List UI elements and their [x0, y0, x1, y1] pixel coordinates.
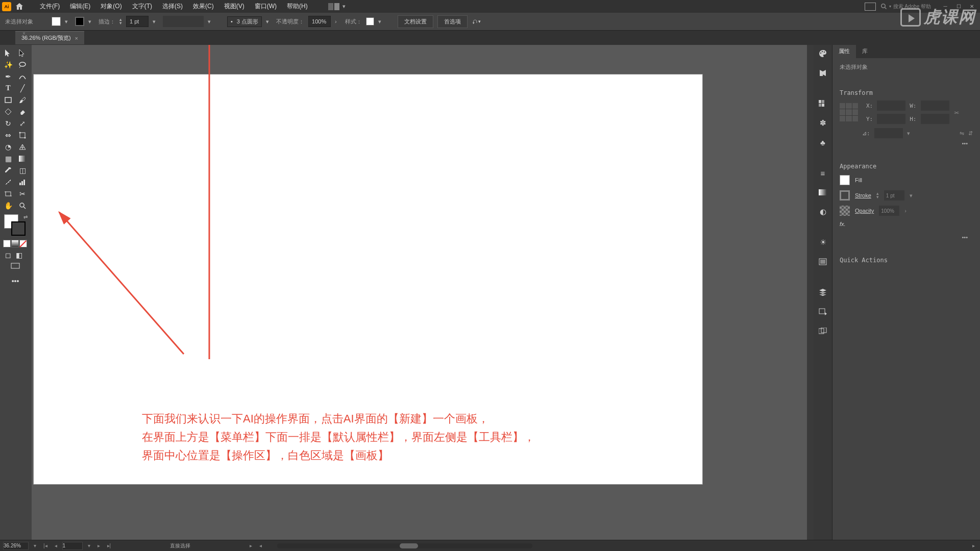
tab-close-icon[interactable]: ×	[75, 35, 78, 41]
color-mode-solid[interactable]	[3, 240, 11, 247]
canvas[interactable]: 下面我们来认识一下AI的操作界面，点击AI界面的【新建】一个画板， 在界面上方是…	[32, 45, 814, 551]
rotate-tool[interactable]: ↻	[1, 117, 15, 129]
zoom-tool[interactable]	[15, 199, 30, 211]
transform-more-icon[interactable]: •••	[840, 138, 973, 148]
scale-tool[interactable]: ⤢	[15, 117, 30, 129]
menu-effect[interactable]: 效果(C)	[188, 0, 219, 13]
eraser-tool[interactable]	[15, 106, 30, 117]
shaper-tool[interactable]	[1, 106, 15, 117]
link-wh-icon[interactable]: ⫘	[953, 109, 959, 115]
type-tool[interactable]: T	[1, 82, 15, 94]
dash-profile[interactable]: • 3 点圆形	[227, 16, 262, 27]
menu-object[interactable]: 对象(O)	[95, 0, 127, 13]
stroke-stepper-icon[interactable]: ▴▾	[119, 18, 122, 25]
preferences-button[interactable]: 首选项	[437, 15, 468, 28]
selection-tool[interactable]	[1, 47, 15, 59]
stroke-panel-icon[interactable]: ≡	[816, 166, 829, 180]
swatches-panel-icon[interactable]	[816, 97, 829, 110]
artboards-panel-icon[interactable]	[816, 324, 829, 338]
asset-export-panel-icon[interactable]	[816, 305, 829, 318]
stroke-weight-dropdown-icon[interactable]: ▾	[153, 18, 159, 24]
layers-panel-icon[interactable]	[816, 286, 829, 299]
menu-window[interactable]: 窗口(W)	[250, 0, 282, 13]
column-graph-tool[interactable]	[15, 176, 30, 188]
zoom-input[interactable]	[3, 542, 29, 550]
hscroll-left-icon[interactable]: ◂	[257, 543, 264, 548]
artboard-tool[interactable]	[1, 188, 15, 199]
screen-mode-icon[interactable]	[8, 261, 22, 271]
menu-view[interactable]: 视图(V)	[219, 0, 250, 13]
perspective-tool[interactable]	[15, 141, 30, 153]
first-artboard-icon[interactable]: |◂	[41, 543, 50, 548]
blend-tool[interactable]: ◫	[15, 164, 30, 176]
style-dropdown-icon[interactable]: ▾	[378, 18, 384, 24]
draw-normal-icon[interactable]: ◻	[3, 251, 13, 260]
tab-group-close-icon[interactable]: ×	[22, 31, 28, 36]
y-input[interactable]	[877, 114, 905, 124]
magic-wand-tool[interactable]: ✨	[1, 59, 15, 70]
draw-behind-icon[interactable]: ◧	[14, 251, 24, 260]
mesh-tool[interactable]: ▦	[1, 153, 15, 164]
tab-libraries[interactable]: 库	[856, 45, 874, 58]
paintbrush-tool[interactable]: 🖌	[15, 94, 30, 106]
stroke-dropdown-icon[interactable]: ▾	[88, 18, 94, 24]
prev-artboard-icon[interactable]: ◂	[53, 543, 59, 548]
artboard-dropdown-icon[interactable]: ▾	[86, 543, 92, 548]
fill-dropdown-icon[interactable]: ▾	[65, 18, 71, 24]
swap-fill-stroke-icon[interactable]: ⇄	[23, 214, 28, 220]
fx-label[interactable]: fx.	[840, 221, 846, 227]
home-icon[interactable]	[14, 2, 24, 12]
document-setup-button[interactable]: 文档设置	[398, 15, 433, 28]
h-input[interactable]	[921, 114, 949, 124]
rectangle-tool[interactable]	[1, 94, 15, 106]
reference-point[interactable]	[840, 103, 858, 121]
menu-help[interactable]: 帮助(H)	[282, 0, 313, 13]
next-artboard-icon[interactable]: ▸	[95, 543, 102, 548]
search-box[interactable]: ▾ 搜索 Adobe 帮助	[881, 3, 931, 10]
slice-tool[interactable]: ✂	[15, 188, 30, 199]
appearance-more-icon[interactable]: •••	[840, 232, 973, 242]
flip-h-icon[interactable]: ⇋	[960, 130, 964, 137]
style-swatch[interactable]	[366, 17, 374, 26]
lasso-tool[interactable]	[15, 59, 30, 70]
shape-builder-tool[interactable]: ◔	[1, 141, 15, 153]
color-panel-icon[interactable]	[816, 47, 829, 60]
vertical-scrollbar[interactable]	[807, 45, 814, 551]
width-tool[interactable]: ⇔	[1, 129, 15, 141]
status-play-icon[interactable]: ▸	[248, 543, 254, 548]
stroke-swatch-prop[interactable]	[840, 190, 850, 201]
opacity-swatch-prop[interactable]	[840, 206, 850, 216]
stroke-color-swatch[interactable]	[11, 221, 26, 236]
symbols-panel-icon[interactable]: ♣	[816, 136, 829, 149]
stroke-weight-prop[interactable]	[884, 190, 904, 201]
gradient-tool[interactable]	[15, 153, 30, 164]
x-input[interactable]	[877, 101, 905, 111]
menu-type[interactable]: 文字(T)	[127, 0, 157, 13]
edit-toolbar-icon[interactable]: •••	[8, 275, 22, 287]
close-button[interactable]: ✕	[966, 2, 978, 11]
hand-tool[interactable]: ✋	[1, 199, 15, 211]
tab-properties[interactable]: 属性	[832, 45, 856, 58]
color-guide-icon[interactable]	[816, 66, 829, 80]
symbol-sprayer-tool[interactable]	[1, 176, 15, 188]
opacity-input-prop[interactable]	[879, 206, 899, 216]
maximize-button[interactable]: ☐	[952, 2, 965, 11]
color-mode-none[interactable]	[19, 240, 27, 247]
stroke-swatch[interactable]	[75, 17, 84, 26]
menu-edit[interactable]: 编辑(E)	[65, 0, 95, 13]
zoom-dropdown-icon[interactable]: ▾	[32, 543, 38, 548]
artboard-number-input[interactable]	[62, 542, 83, 550]
menu-file[interactable]: 文件(F)	[35, 0, 65, 13]
line-tool[interactable]: ╱	[15, 82, 30, 94]
pen-tool[interactable]: ✒	[1, 70, 15, 82]
opacity-popup-icon[interactable]: ›	[335, 18, 341, 24]
transform-panel-icon[interactable]: ⮏ ▾	[472, 18, 481, 24]
free-transform-tool[interactable]	[15, 129, 30, 141]
angle-input[interactable]	[874, 128, 903, 138]
opacity-input[interactable]	[308, 16, 331, 27]
transparency-panel-icon[interactable]: ◐	[816, 205, 829, 218]
brushes-panel-icon[interactable]: ✽	[816, 116, 829, 130]
stroke-weight-input[interactable]	[126, 16, 149, 27]
color-mode-gradient[interactable]	[11, 240, 19, 247]
direct-selection-tool[interactable]	[15, 47, 30, 59]
